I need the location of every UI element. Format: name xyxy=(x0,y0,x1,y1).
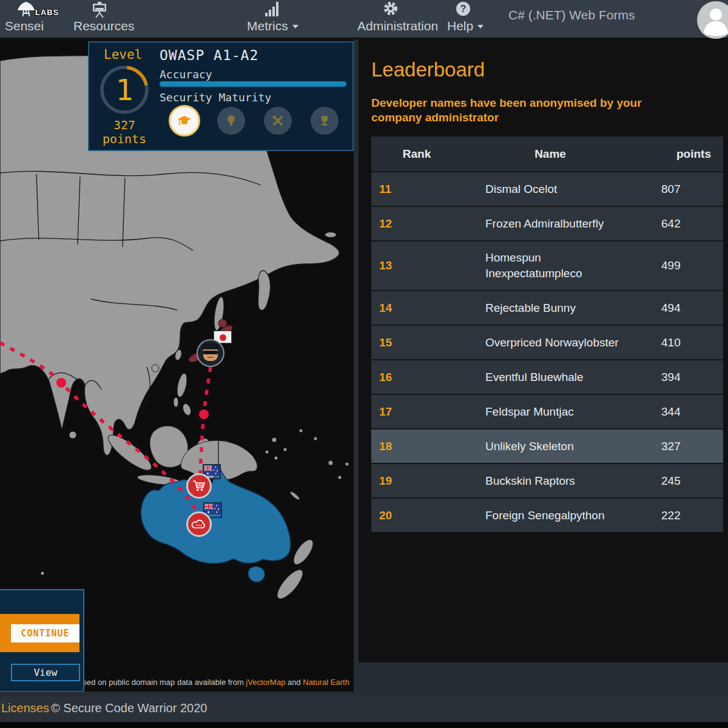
name-cell: Eventful Bluewhale xyxy=(462,361,638,394)
column-header-rank: Rank xyxy=(371,147,462,161)
rank-cell: 17 xyxy=(371,405,462,419)
resources-board-icon xyxy=(92,2,107,18)
security-maturity-label: Security Maturity xyxy=(160,91,271,104)
kamchatka xyxy=(258,271,270,310)
shopping-cart-marker[interactable] xyxy=(186,473,212,499)
person-icon xyxy=(697,1,728,39)
leaderboard-panel: Leaderboard Developer names have been an… xyxy=(359,39,728,662)
accuracy-progress-bar xyxy=(160,81,346,87)
nav-item-sensei[interactable]: Sensei xyxy=(5,19,44,33)
nav-item-metrics-label: Metrics xyxy=(247,19,298,33)
nav-item-resources-label: Resources xyxy=(73,19,134,33)
column-header-points: points xyxy=(638,147,723,161)
level-summary-panel: Level 1 327 points OWASP A1-A2 Accuracy … xyxy=(88,41,354,151)
table-row: 19 Buckskin Raptors 245 xyxy=(371,463,723,497)
crossed-tools-icon xyxy=(271,113,285,128)
name-cell: Foreign Senegalpython xyxy=(462,499,638,532)
gear-icon xyxy=(383,1,399,16)
attack-node-sea xyxy=(199,410,209,419)
copyright-text: © Secure Code Warrior 2020 xyxy=(51,701,207,715)
leaderboard-title: Leaderboard xyxy=(371,58,485,81)
accuracy-label: Accuracy xyxy=(160,68,212,81)
table-row: 11 Dismal Ocelot 807 xyxy=(371,171,723,206)
rank-cell: 20 xyxy=(371,509,462,522)
metrics-bars-icon xyxy=(265,1,280,17)
svg-text:?: ? xyxy=(460,4,467,14)
badge-trophy xyxy=(311,107,339,135)
name-cell: Homespun Inexpectatumpleco xyxy=(462,241,638,290)
name-cell: Overpriced Norwaylobster xyxy=(462,326,638,359)
trophy-icon xyxy=(317,113,332,128)
points-cell: 344 xyxy=(638,405,723,419)
points-cell: 222 xyxy=(638,509,723,522)
rank-cell: 18 xyxy=(371,440,462,453)
rank-cell: 16 xyxy=(371,371,462,384)
table-row: 20 Foreign Senegalpython 222 xyxy=(371,497,723,532)
course-title: OWASP A1-A2 xyxy=(160,47,258,63)
nav-item-administration-label: Administration xyxy=(357,19,438,33)
table-row: 15 Overpriced Norwaylobster 410 xyxy=(371,325,723,359)
points-cell: 394 xyxy=(638,371,723,384)
points-label: points xyxy=(99,132,150,146)
table-row: 16 Eventful Bluewhale 394 xyxy=(371,359,723,394)
level-value: 1 xyxy=(99,64,150,115)
course-name: C# (.NET) Web Forms xyxy=(508,8,635,22)
mission-panel: CONTINUE View xyxy=(0,589,84,692)
tasmania xyxy=(248,567,265,582)
attack-node-india xyxy=(56,378,66,388)
view-button[interactable]: View xyxy=(11,664,80,681)
table-row: 13 Homespun Inexpectatumpleco 499 xyxy=(371,240,723,290)
hacker-face-icon xyxy=(203,345,218,361)
nav-item-help-label: Help xyxy=(447,19,484,33)
points-cell: 807 xyxy=(638,183,723,196)
rank-cell: 12 xyxy=(371,217,462,231)
name-cell: Frozen Admiralbutterfly xyxy=(462,207,638,240)
badge-graduation-cap xyxy=(169,105,200,136)
jvectormap-link[interactable]: jVectorMap xyxy=(246,678,285,687)
name-cell: Dismal Ocelot xyxy=(462,173,638,206)
hacker-avatar-marker[interactable] xyxy=(197,339,224,367)
top-nav: LABS Sensei Resources Metrics xyxy=(0,0,728,39)
natural-earth-link[interactable]: Natural Earth xyxy=(303,678,349,687)
leaderboard-subtitle: Developer names have been anonymised by … xyxy=(371,96,693,125)
licenses-link[interactable]: Licenses xyxy=(1,701,49,715)
cloud-icon xyxy=(191,517,207,531)
world-map-panel[interactable]: Level 1 327 points OWASP A1-A2 Accuracy … xyxy=(0,39,354,692)
name-cell: Buckskin Raptors xyxy=(462,465,638,497)
rank-cell: 13 xyxy=(371,259,462,272)
leaderboard-header-row: Rank Name points xyxy=(371,136,723,171)
continue-button[interactable]: CONTINUE xyxy=(11,624,79,642)
labs-badge: LABS xyxy=(35,8,59,17)
points-cell: 327 xyxy=(638,440,723,453)
badge-lightbulb xyxy=(217,107,245,135)
japan-flag-sun xyxy=(220,334,226,341)
shopping-cart-icon xyxy=(192,479,206,493)
points-cell: 494 xyxy=(638,302,723,315)
bottom-strip xyxy=(0,722,728,728)
secure-code-warrior-app: LABS Sensei Resources Metrics xyxy=(0,0,728,728)
rank-cell: 19 xyxy=(371,474,462,488)
name-cell: Feldspar Muntjac xyxy=(462,396,638,428)
footer-bar: Licenses © Secure Code Warrior 2020 xyxy=(0,696,728,722)
points-cell: 642 xyxy=(638,217,723,231)
chevron-down-icon xyxy=(477,25,484,29)
table-row: 12 Frozen Admiralbutterfly 642 xyxy=(371,206,723,240)
points-cell: 245 xyxy=(638,474,723,488)
table-row: 17 Feldspar Muntjac 344 xyxy=(371,394,723,428)
cloud-marker[interactable] xyxy=(186,511,212,537)
points-cell: 499 xyxy=(638,259,723,272)
badge-tools xyxy=(264,107,292,135)
name-cell: Unlikely Skeleton xyxy=(462,430,638,463)
wrangel-island xyxy=(325,232,336,237)
chevron-down-icon xyxy=(292,25,298,29)
user-avatar[interactable] xyxy=(697,1,728,39)
points-value: 327 xyxy=(99,118,150,132)
points-cell: 410 xyxy=(638,336,723,349)
column-header-name: Name xyxy=(462,146,638,162)
help-question-icon: ? xyxy=(456,1,471,16)
table-row: 14 Rejectable Bunny 494 xyxy=(371,290,723,325)
rank-cell: 11 xyxy=(371,183,462,196)
name-cell: Rejectable Bunny xyxy=(462,292,638,325)
graduation-cap-icon xyxy=(177,113,192,129)
table-row-current-user: 18 Unlikely Skeleton 327 xyxy=(371,428,723,463)
